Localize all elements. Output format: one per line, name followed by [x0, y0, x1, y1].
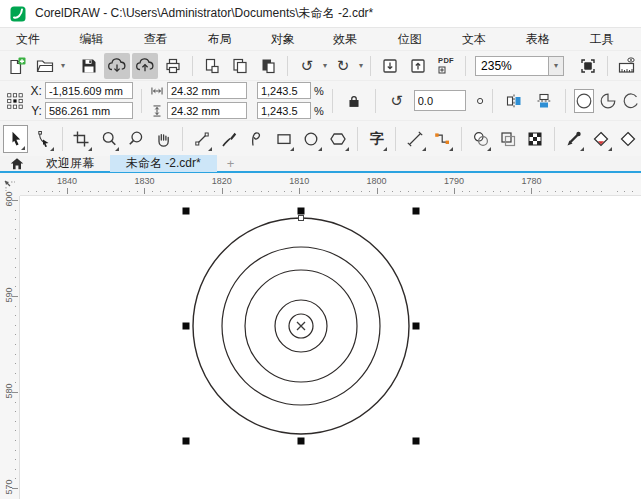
zoom-level-dropdown-button[interactable]: ▾	[548, 56, 564, 76]
export-button[interactable]	[405, 53, 431, 79]
crop-tool[interactable]	[69, 125, 94, 153]
interactive-fill-tool[interactable]	[588, 125, 613, 153]
menu-edit[interactable]: 编辑(E)	[66, 28, 130, 50]
menu-layout[interactable]: 布局(L)	[194, 28, 257, 50]
b-spline-tool[interactable]	[244, 125, 269, 153]
menu-table[interactable]: 表格(T)	[512, 28, 576, 50]
shape-tool[interactable]	[30, 125, 55, 153]
home-button[interactable]	[4, 155, 30, 172]
h-ruler-label: 1830	[134, 176, 154, 186]
mirror-horizontal-button[interactable]	[501, 88, 527, 114]
open-button[interactable]	[32, 53, 58, 79]
h-ruler-minor-dot	[508, 191, 509, 192]
menu-view[interactable]: 查看(V)	[130, 28, 194, 50]
h-ruler-minor-dot	[369, 191, 370, 192]
cloud-download-button[interactable]	[104, 53, 130, 79]
pick-tool[interactable]	[3, 125, 28, 153]
new-document-button[interactable]	[4, 53, 30, 79]
menu-tools[interactable]: 工具(O)	[576, 28, 641, 50]
text-tool[interactable]: 字	[364, 125, 389, 153]
arc-mode-button[interactable]	[621, 89, 641, 113]
new-tab-button[interactable]: +	[227, 156, 235, 171]
menu-bitmaps[interactable]: 位图(B)	[384, 28, 448, 50]
polygon-tool[interactable]	[326, 125, 351, 153]
h-ruler-minor-dot	[152, 191, 153, 192]
tab-welcome-screen[interactable]: 欢迎屏幕	[30, 155, 110, 172]
ellipse-tool[interactable]	[298, 125, 323, 153]
mirror-vertical-button[interactable]	[531, 88, 557, 114]
tab-untitled-document[interactable]: 未命名 -2.cdr*	[110, 155, 217, 172]
print-button[interactable]	[160, 53, 186, 79]
zoom-level-input[interactable]	[475, 56, 548, 76]
v-ruler-major-tick	[12, 296, 18, 297]
menu-file[interactable]: 文件(F)	[2, 28, 66, 50]
horizontal-ruler[interactable]: 1840183018201810180017901780	[20, 175, 641, 196]
flyout-indicator	[318, 147, 322, 151]
artistic-media-tool[interactable]	[216, 125, 241, 153]
transparency-tool[interactable]	[495, 125, 520, 153]
connector-tool[interactable]	[430, 125, 455, 153]
pie-mode-button[interactable]	[598, 89, 618, 113]
selection-handle[interactable]	[413, 323, 420, 330]
separator	[357, 127, 358, 151]
show-rulers-button[interactable]	[614, 53, 640, 79]
import-icon	[381, 57, 399, 75]
redo-button[interactable]: ↻	[330, 53, 356, 79]
object-width-input[interactable]	[167, 82, 247, 99]
vertical-ruler[interactable]: 600590580570	[0, 196, 20, 499]
freehand-tool[interactable]	[189, 125, 214, 153]
selection-handle[interactable]	[183, 438, 190, 445]
scale-h-input[interactable]	[257, 82, 311, 99]
undo-button[interactable]: ↺	[294, 53, 320, 79]
selection-handle[interactable]	[183, 323, 190, 330]
duplicate-button[interactable]	[199, 53, 225, 79]
rotation-angle-input[interactable]	[414, 90, 466, 111]
color-eyedropper-tool[interactable]	[561, 125, 586, 153]
import-button[interactable]	[377, 53, 403, 79]
ellipse-node[interactable]	[299, 216, 304, 221]
drawing-canvas[interactable]	[20, 196, 641, 499]
h-ruler-minor-dot	[500, 191, 501, 192]
open-dropdown-caret[interactable]: ▾	[61, 61, 65, 70]
y-position-input[interactable]	[45, 102, 133, 119]
pan-tool[interactable]	[151, 125, 176, 153]
drop-shadow-tool[interactable]	[468, 125, 493, 153]
text-tool-icon: 字	[370, 130, 384, 148]
connector-tool-icon	[433, 130, 451, 148]
full-screen-preview-button[interactable]	[575, 53, 601, 79]
redo-dropdown-caret[interactable]: ▾	[359, 61, 363, 70]
selection-handle[interactable]	[298, 438, 305, 445]
h-ruler-minor-dot	[353, 191, 354, 192]
x-position-input[interactable]	[45, 82, 133, 99]
polygon-tool-icon	[329, 130, 347, 148]
h-ruler-minor-dot	[384, 191, 385, 192]
dimension-tool[interactable]	[402, 125, 427, 153]
menu-text[interactable]: 文本(X)	[448, 28, 512, 50]
paste-button[interactable]	[255, 53, 281, 79]
smart-fill-tool[interactable]	[616, 125, 641, 153]
lock-ratio-button[interactable]	[341, 88, 367, 114]
selection-handle[interactable]	[413, 208, 420, 215]
save-button[interactable]	[76, 53, 102, 79]
cloud-upload-button[interactable]	[132, 53, 158, 79]
rectangle-tool[interactable]	[271, 125, 296, 153]
menu-object[interactable]: 对象(J)	[257, 28, 319, 50]
h-ruler-minor-dot	[423, 191, 424, 192]
selection-handle[interactable]	[298, 208, 305, 215]
object-center-marker[interactable]	[297, 322, 305, 330]
scale-v-input[interactable]	[257, 102, 311, 119]
ellipse-mode-button[interactable]	[574, 89, 594, 113]
menu-effects[interactable]: 效果(C)	[319, 28, 384, 50]
selection-handle[interactable]	[183, 208, 190, 215]
h-ruler-minor-dot	[562, 191, 563, 192]
mesh-fill-tool[interactable]	[523, 125, 548, 153]
object-position-fields: X: Y:	[28, 82, 133, 119]
selection-handle[interactable]	[413, 438, 420, 445]
copy-button[interactable]	[227, 53, 253, 79]
object-height-input[interactable]	[167, 102, 247, 119]
zoom-tool-2[interactable]	[123, 125, 148, 153]
undo-dropdown-caret[interactable]: ▾	[323, 61, 327, 70]
zoom-tool[interactable]	[96, 125, 121, 153]
publish-pdf-button[interactable]: PDF	[433, 53, 459, 79]
h-ruler-minor-dot	[137, 191, 138, 192]
